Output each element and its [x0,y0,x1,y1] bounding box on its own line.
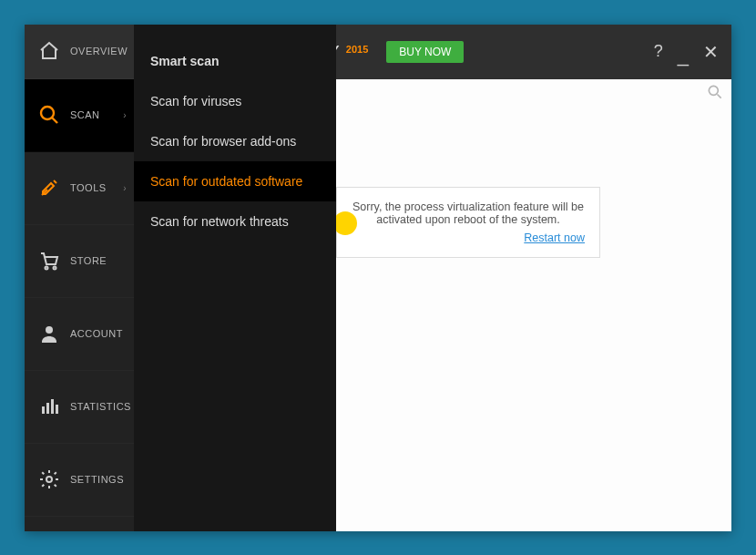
submenu-item-scan-network[interactable]: Scan for network threats [134,201,336,242]
sidebar-item-statistics[interactable]: STATISTICS [25,371,134,444]
submenu-item-scan-addons[interactable]: Scan for browser add-ons [134,121,336,161]
submenu-item-smart-scan[interactable]: Smart scan [134,41,336,81]
help-icon[interactable]: ? [654,42,663,61]
chevron-right-icon: › [123,183,127,193]
buy-now-button[interactable]: BUY NOW [386,41,464,63]
sidebar-item-overview[interactable]: OVERVIEW [25,25,134,79]
svg-rect-8 [56,405,58,414]
sidebar-item-label: SETTINGS [70,474,124,485]
notice-text-line1: Sorry, the process virtualization featur… [352,200,584,213]
svg-point-2 [46,267,48,270]
sidebar: OVERVIEW SCAN › TOOLS › STORE [25,25,134,531]
notice-text-line2: activated upon reboot of the system. [376,213,560,226]
svg-point-10 [709,86,718,95]
account-icon [37,322,61,345]
sidebar-item-label: STORE [70,255,107,266]
window-controls: ? _ ✕ [654,25,719,79]
sidebar-item-tools[interactable]: TOOLS › [25,152,134,225]
close-button[interactable]: ✕ [703,41,719,63]
sidebar-item-label: ACCOUNT [70,328,123,339]
svg-point-0 [41,107,54,119]
sidebar-item-label: OVERVIEW [70,46,128,57]
sidebar-item-store[interactable]: STORE [25,225,134,298]
search-icon[interactable] [706,83,726,103]
restart-now-link[interactable]: Restart now [352,231,585,244]
svg-line-1 [52,118,57,123]
submenu-item-scan-outdated[interactable]: Scan for outdated software [134,161,336,201]
main-content: Sorry, the process virtualization featur… [336,79,731,531]
statistics-icon [37,395,61,418]
scan-submenu: Smart scan Scan for viruses Scan for bro… [134,25,336,531]
svg-point-3 [54,267,56,270]
app-window: ERNET SECURITY 2015 BUY NOW ? _ ✕ OVERVI… [25,25,731,531]
gear-icon [37,468,61,491]
sidebar-item-label: TOOLS [70,182,107,193]
reboot-notice: Sorry, the process virtualization featur… [336,187,600,258]
svg-rect-7 [51,399,54,414]
home-icon [37,39,61,63]
search-icon [37,103,61,127]
minimize-button[interactable]: _ [678,44,689,67]
svg-point-9 [46,477,52,482]
sidebar-item-settings[interactable]: SETTINGS [25,444,134,517]
tools-icon [37,176,61,200]
svg-rect-6 [46,403,49,414]
sidebar-item-label: STATISTICS [70,401,131,412]
svg-rect-5 [42,406,45,414]
app-title-year: 2015 [346,44,368,55]
sidebar-item-account[interactable]: ACCOUNT [25,298,134,371]
status-indicator-icon [333,211,357,235]
submenu-item-scan-viruses[interactable]: Scan for viruses [134,81,336,121]
sidebar-item-label: SCAN [70,109,100,120]
chevron-right-icon: › [123,110,127,120]
svg-line-11 [718,94,721,98]
svg-point-4 [46,326,53,334]
sidebar-item-scan[interactable]: SCAN › [25,79,134,152]
cart-icon [37,249,61,272]
